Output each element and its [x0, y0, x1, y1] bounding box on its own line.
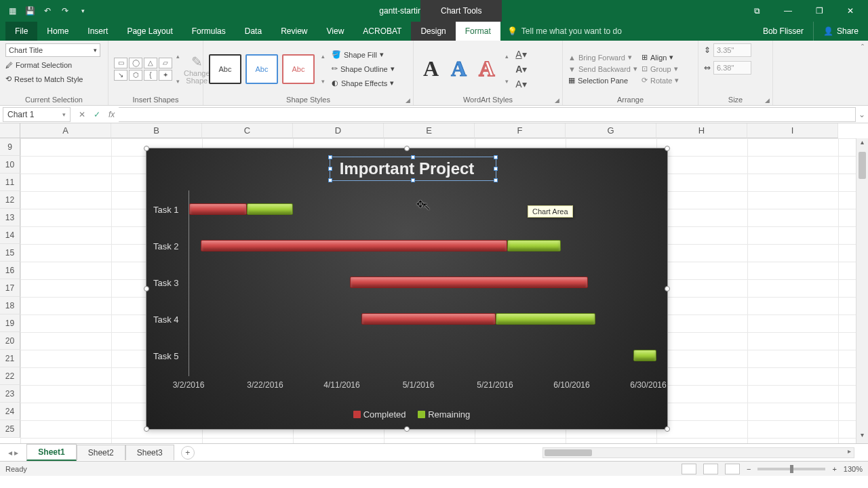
row-header[interactable]: 9: [0, 138, 20, 156]
row-header[interactable]: 14: [0, 226, 20, 244]
restore-button[interactable]: ❐: [804, 1, 834, 20]
row-header[interactable]: 25: [0, 420, 20, 438]
column-header[interactable]: D: [293, 123, 384, 138]
tab-format[interactable]: Format: [456, 22, 500, 41]
name-box[interactable]: Chart 1▾: [3, 107, 71, 122]
text-fill-button[interactable]: A▾: [515, 49, 527, 60]
column-header[interactable]: F: [475, 123, 566, 138]
qat-customize-icon[interactable]: ▾: [77, 5, 88, 16]
data-bar[interactable]: [507, 240, 561, 251]
row-header[interactable]: 17: [0, 279, 20, 297]
vertical-scrollbar[interactable]: ▴▾: [856, 138, 868, 443]
data-bar[interactable]: [633, 350, 656, 361]
wordart-preset[interactable]: A: [475, 56, 498, 81]
zoom-out-button[interactable]: −: [747, 465, 751, 473]
sheet-tab[interactable]: Sheet1: [26, 444, 76, 461]
tab-view[interactable]: View: [317, 22, 354, 41]
tab-home[interactable]: Home: [37, 22, 78, 41]
row-header[interactable]: 22: [0, 367, 20, 385]
save-icon[interactable]: 💾: [24, 5, 35, 16]
worksheet-area[interactable]: ABCDEFGHI 910111213141516171819202122232…: [0, 123, 868, 443]
data-bar[interactable]: [189, 203, 247, 215]
normal-view-button[interactable]: [682, 464, 696, 474]
shape-style-preset[interactable]: Abc: [209, 54, 241, 84]
width-input[interactable]: 6.38": [713, 61, 751, 75]
row-header[interactable]: 10: [0, 156, 20, 174]
row-header[interactable]: 20: [0, 332, 20, 350]
row-header[interactable]: 15: [0, 244, 20, 262]
data-bar[interactable]: [247, 203, 293, 215]
row-header[interactable]: 12: [0, 191, 20, 209]
format-selection-button[interactable]: 🖉 Format Selection: [5, 60, 72, 70]
column-header[interactable]: E: [384, 123, 475, 138]
align-button[interactable]: ⊞ Align ▾: [642, 52, 679, 62]
formula-input[interactable]: [119, 107, 856, 122]
tab-file[interactable]: File: [5, 22, 37, 41]
data-bar[interactable]: [361, 313, 496, 325]
tab-data[interactable]: Data: [235, 22, 271, 41]
column-header[interactable]: C: [202, 123, 293, 138]
column-header[interactable]: B: [111, 123, 202, 138]
expand-formula-bar-icon[interactable]: ⌄: [856, 110, 868, 119]
row-header[interactable]: 24: [0, 403, 20, 420]
column-header[interactable]: H: [656, 123, 747, 138]
sheet-tab[interactable]: Sheet3: [125, 445, 174, 460]
row-header[interactable]: 18: [0, 297, 20, 314]
data-bar[interactable]: [201, 240, 507, 251]
row-header[interactable]: 16: [0, 262, 20, 279]
new-sheet-button[interactable]: +: [181, 446, 195, 460]
column-header[interactable]: G: [566, 123, 656, 138]
shapes-gallery[interactable]: ▭◯△▱ ↘⬡{✦: [114, 58, 172, 81]
tab-acrobat[interactable]: ACROBAT: [353, 22, 411, 41]
data-bar[interactable]: [350, 277, 587, 288]
shape-style-preset[interactable]: Abc: [282, 54, 315, 84]
tab-design[interactable]: Design: [411, 22, 455, 41]
sheet-tab[interactable]: Sheet2: [77, 445, 125, 460]
text-effects-button[interactable]: A▾: [515, 79, 527, 89]
dialog-launcher-icon[interactable]: ◢: [406, 97, 410, 104]
tell-me-search[interactable]: 💡 Tell me what you want to do: [500, 22, 629, 41]
tab-review[interactable]: Review: [271, 22, 317, 41]
zoom-in-button[interactable]: +: [832, 465, 836, 473]
wordart-preset[interactable]: A: [447, 56, 471, 81]
horizontal-scrollbar[interactable]: ◂▸: [542, 447, 854, 458]
row-header[interactable]: 21: [0, 350, 20, 367]
selection-pane-button[interactable]: ▦ Selection Pane: [568, 75, 637, 85]
zoom-slider[interactable]: [757, 468, 825, 470]
select-all-corner[interactable]: [0, 123, 20, 138]
shape-outline-button[interactable]: ✏ Shape Outline ▾: [332, 63, 395, 75]
column-header[interactable]: I: [747, 123, 838, 138]
shape-fill-button[interactable]: 🪣 Shape Fill ▾: [332, 49, 395, 60]
tab-page-layout[interactable]: Page Layout: [117, 22, 182, 41]
shape-style-preset[interactable]: Abc: [245, 54, 278, 84]
tab-insert[interactable]: Insert: [78, 22, 117, 41]
tab-formulas[interactable]: Formulas: [182, 22, 235, 41]
share-button[interactable]: 👤 Share: [813, 22, 868, 41]
row-header[interactable]: 13: [0, 209, 20, 226]
undo-icon[interactable]: ↶: [42, 5, 53, 16]
dialog-launcher-icon[interactable]: ◢: [765, 97, 770, 104]
ribbon-options-button[interactable]: ⧉: [742, 1, 772, 20]
text-outline-button[interactable]: A▾: [515, 64, 527, 75]
chart-object[interactable]: Important Project ✥↖ Chart Area Complete…: [146, 148, 668, 430]
close-button[interactable]: ✕: [835, 1, 865, 20]
redo-icon[interactable]: ↷: [60, 5, 71, 16]
fx-icon[interactable]: fx: [108, 110, 119, 119]
page-break-view-button[interactable]: [725, 464, 740, 474]
collapse-ribbon-icon[interactable]: ˆ: [773, 41, 868, 105]
page-layout-view-button[interactable]: [703, 464, 718, 474]
dialog-launcher-icon[interactable]: ◢: [555, 97, 559, 104]
enter-icon[interactable]: ✓: [94, 110, 100, 119]
sheet-nav[interactable]: ◂ ▸: [0, 448, 26, 458]
zoom-level[interactable]: 130%: [844, 465, 863, 473]
shape-effects-button[interactable]: ◐ Shape Effects ▾: [332, 77, 395, 89]
height-input[interactable]: 3.35": [713, 43, 751, 57]
cancel-icon[interactable]: ✕: [79, 110, 85, 119]
row-header[interactable]: 23: [0, 385, 20, 403]
column-header[interactable]: A: [20, 123, 111, 138]
minimize-button[interactable]: —: [773, 1, 803, 20]
data-bar[interactable]: [496, 313, 595, 325]
plot-area[interactable]: [189, 190, 647, 376]
chart-element-selector[interactable]: Chart Title▾: [5, 43, 100, 57]
user-name[interactable]: Bob Flisser: [753, 22, 813, 41]
